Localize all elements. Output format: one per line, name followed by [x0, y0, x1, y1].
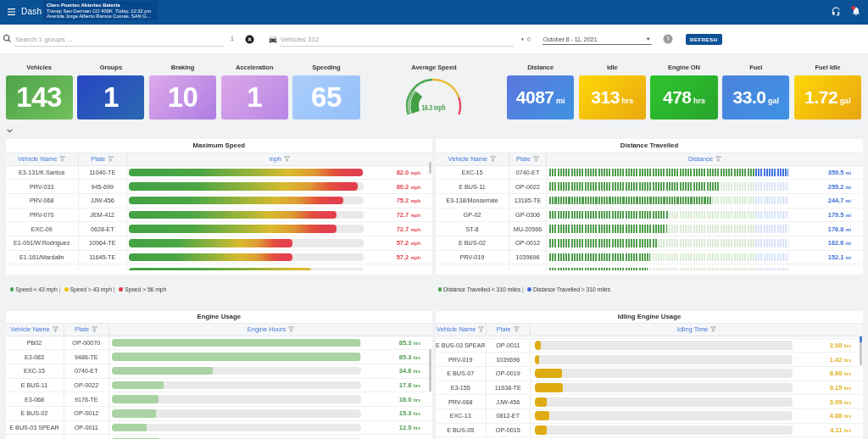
svg-text:16.3 mph: 16.3 mph [422, 103, 446, 112]
